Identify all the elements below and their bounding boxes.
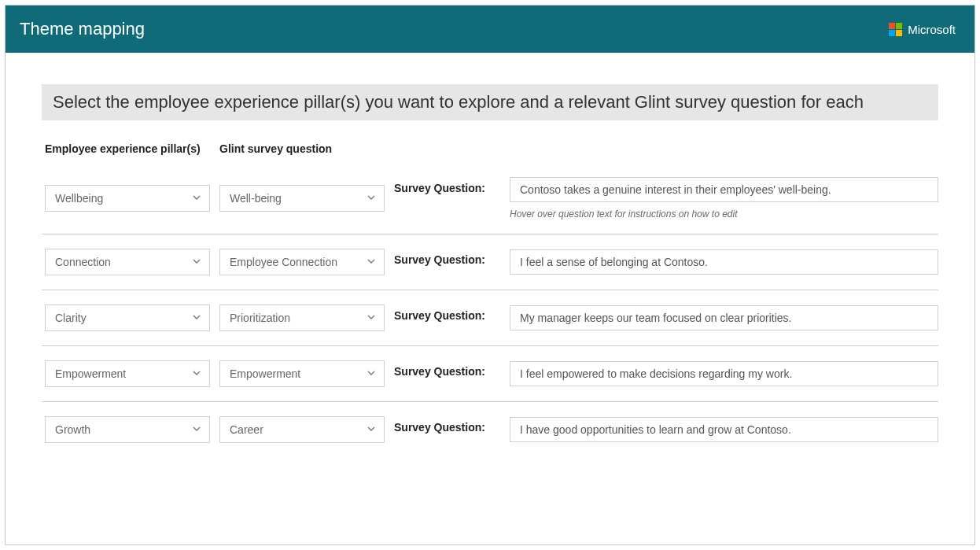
survey-question-label: Survey Question: <box>394 249 500 266</box>
survey-question-label: Survey Question: <box>394 416 500 434</box>
microsoft-logo: Microsoft <box>889 23 956 36</box>
survey-question-label: Survey Question: <box>394 360 500 378</box>
glint-dropdown-value: Employee Connection <box>230 256 337 268</box>
pillar-dropdown-value: Wellbeing <box>55 192 103 205</box>
chevron-down-icon <box>367 423 376 436</box>
survey-question-input[interactable]: I have good opportunities to learn and g… <box>510 417 938 442</box>
rows-container: WellbeingWell-beingSurvey Question:Conto… <box>42 163 938 457</box>
helper-text: Hover over question text for instruction… <box>510 209 938 220</box>
column-header-pillar: Employee experience pillar(s) <box>45 142 210 155</box>
pillar-dropdown[interactable]: Wellbeing <box>45 185 210 212</box>
chevron-down-icon <box>192 192 201 205</box>
page-title: Theme mapping <box>20 19 145 39</box>
pillar-dropdown[interactable]: Connection <box>45 249 210 275</box>
survey-question-input[interactable]: Contoso takes a genuine interest in thei… <box>510 177 938 202</box>
chevron-down-icon <box>367 192 376 205</box>
pillar-dropdown-value: Empowerment <box>55 367 126 380</box>
pillar-dropdown[interactable]: Growth <box>45 416 210 443</box>
mapping-row: ClarityPrioritizationSurvey Question:My … <box>42 290 938 346</box>
glint-dropdown-value: Empowerment <box>230 367 300 380</box>
microsoft-logo-text: Microsoft <box>908 23 956 36</box>
main-content: Select the employee experience pillar(s)… <box>6 53 974 457</box>
survey-question-block: My manager keeps our team focused on cle… <box>510 305 938 330</box>
survey-question-label: Survey Question: <box>394 177 500 194</box>
glint-dropdown-value: Prioritization <box>230 312 290 324</box>
chevron-down-icon <box>192 367 201 380</box>
chevron-down-icon <box>192 256 201 268</box>
survey-question-input[interactable]: I feel empowered to make decisions regar… <box>510 361 938 386</box>
pillar-dropdown[interactable]: Clarity <box>45 305 210 331</box>
pillar-dropdown-value: Growth <box>55 423 90 436</box>
pillar-dropdown-value: Clarity <box>55 312 87 324</box>
app-header: Theme mapping Microsoft <box>6 6 974 53</box>
mapping-row: EmpowermentEmpowermentSurvey Question:I … <box>42 346 938 402</box>
survey-question-block: I have good opportunities to learn and g… <box>510 417 938 442</box>
glint-dropdown[interactable]: Well-being <box>219 185 385 212</box>
pillar-dropdown-value: Connection <box>55 256 111 268</box>
instruction-banner: Select the employee experience pillar(s)… <box>42 84 938 120</box>
app-frame: Theme mapping Microsoft Select the emplo… <box>5 5 975 545</box>
mapping-row: ConnectionEmployee ConnectionSurvey Ques… <box>42 234 938 290</box>
survey-question-input[interactable]: My manager keeps our team focused on cle… <box>510 305 938 330</box>
survey-question-block: I feel empowered to make decisions regar… <box>510 361 938 386</box>
survey-question-block: I feel a sense of belonging at Contoso. <box>510 249 938 275</box>
chevron-down-icon <box>367 367 376 380</box>
microsoft-logo-icon <box>889 23 902 36</box>
pillar-dropdown[interactable]: Empowerment <box>45 360 210 387</box>
survey-question-label: Survey Question: <box>394 305 500 322</box>
glint-dropdown-value: Career <box>230 423 263 436</box>
chevron-down-icon <box>367 312 376 324</box>
glint-dropdown-value: Well-being <box>230 192 282 205</box>
mapping-row: WellbeingWell-beingSurvey Question:Conto… <box>42 163 938 234</box>
glint-dropdown[interactable]: Career <box>219 416 385 443</box>
mapping-row: GrowthCareerSurvey Question:I have good … <box>42 402 938 457</box>
chevron-down-icon <box>367 256 376 268</box>
glint-dropdown[interactable]: Prioritization <box>219 305 385 331</box>
column-headers: Employee experience pillar(s) Glint surv… <box>42 142 938 155</box>
survey-question-block: Contoso takes a genuine interest in thei… <box>510 177 938 220</box>
chevron-down-icon <box>192 312 201 324</box>
glint-dropdown[interactable]: Employee Connection <box>219 249 385 275</box>
glint-dropdown[interactable]: Empowerment <box>219 360 385 387</box>
chevron-down-icon <box>192 423 201 436</box>
survey-question-input[interactable]: I feel a sense of belonging at Contoso. <box>510 249 938 275</box>
column-header-glint: Glint survey question <box>219 142 385 155</box>
